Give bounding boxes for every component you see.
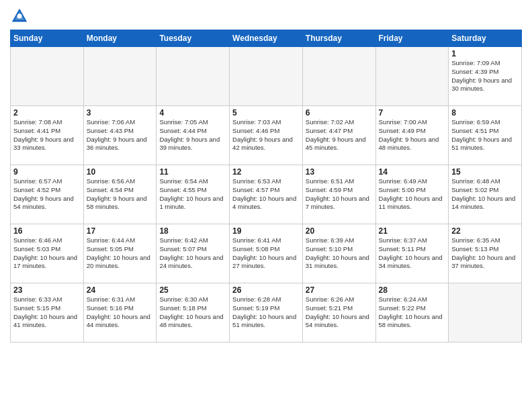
week-row-5: 23Sunrise: 6:33 AM Sunset: 5:15 PM Dayli… — [11, 283, 522, 342]
day-number: 25 — [159, 285, 226, 295]
day-cell: 23Sunrise: 6:33 AM Sunset: 5:15 PM Dayli… — [11, 283, 84, 342]
day-info: Sunrise: 6:37 AM Sunset: 5:11 PM Dayligh… — [379, 236, 446, 271]
weekday-header-thursday: Thursday — [302, 30, 375, 47]
week-row-4: 16Sunrise: 6:46 AM Sunset: 5:03 PM Dayli… — [11, 224, 522, 283]
day-number: 19 — [232, 226, 300, 236]
day-info: Sunrise: 7:05 AM Sunset: 4:44 PM Dayligh… — [159, 118, 226, 152]
day-number: 22 — [451, 226, 519, 236]
week-row-3: 9Sunrise: 6:57 AM Sunset: 4:52 PM Daylig… — [11, 165, 522, 224]
day-number: 7 — [379, 108, 446, 118]
day-number: 11 — [159, 167, 226, 177]
day-cell: 8Sunrise: 6:59 AM Sunset: 4:51 PM Daylig… — [449, 106, 522, 165]
day-cell: 12Sunrise: 6:53 AM Sunset: 4:57 PM Dayli… — [230, 165, 303, 224]
day-info: Sunrise: 6:51 AM Sunset: 4:59 PM Dayligh… — [306, 177, 373, 212]
day-info: Sunrise: 7:03 AM Sunset: 4:46 PM Dayligh… — [232, 118, 300, 152]
day-number: 15 — [451, 167, 519, 177]
day-info: Sunrise: 6:41 AM Sunset: 5:08 PM Dayligh… — [232, 236, 300, 271]
weekday-header-row: SundayMondayTuesdayWednesdayThursdayFrid… — [11, 30, 522, 47]
day-cell — [449, 283, 522, 342]
day-number: 26 — [232, 285, 300, 295]
day-info: Sunrise: 7:09 AM Sunset: 4:39 PM Dayligh… — [451, 59, 519, 93]
day-number: 16 — [13, 226, 81, 236]
day-number: 1 — [451, 49, 519, 58]
day-number: 9 — [13, 167, 81, 177]
day-cell: 25Sunrise: 6:30 AM Sunset: 5:18 PM Dayli… — [157, 283, 230, 342]
day-info: Sunrise: 6:56 AM Sunset: 4:54 PM Dayligh… — [87, 177, 154, 212]
day-number: 23 — [13, 285, 81, 295]
day-info: Sunrise: 7:02 AM Sunset: 4:47 PM Dayligh… — [306, 118, 373, 152]
day-info: Sunrise: 7:00 AM Sunset: 4:49 PM Dayligh… — [379, 118, 446, 152]
day-cell: 15Sunrise: 6:48 AM Sunset: 5:02 PM Dayli… — [449, 165, 522, 224]
day-cell: 4Sunrise: 7:05 AM Sunset: 4:44 PM Daylig… — [157, 106, 230, 165]
day-cell: 24Sunrise: 6:31 AM Sunset: 5:16 PM Dayli… — [83, 283, 157, 342]
day-cell: 18Sunrise: 6:42 AM Sunset: 5:07 PM Dayli… — [157, 224, 230, 283]
week-row-2: 2Sunrise: 7:08 AM Sunset: 4:41 PM Daylig… — [11, 106, 522, 165]
day-number: 28 — [379, 285, 446, 295]
day-info: Sunrise: 6:26 AM Sunset: 5:21 PM Dayligh… — [306, 295, 373, 330]
day-cell: 10Sunrise: 6:56 AM Sunset: 4:54 PM Dayli… — [83, 165, 157, 224]
day-info: Sunrise: 6:39 AM Sunset: 5:10 PM Dayligh… — [306, 236, 373, 271]
day-number: 17 — [87, 226, 154, 236]
day-number: 12 — [232, 167, 300, 177]
day-cell: 17Sunrise: 6:44 AM Sunset: 5:05 PM Dayli… — [83, 224, 157, 283]
day-cell — [230, 47, 303, 106]
day-cell: 6Sunrise: 7:02 AM Sunset: 4:47 PM Daylig… — [302, 106, 375, 165]
day-info: Sunrise: 6:35 AM Sunset: 5:13 PM Dayligh… — [451, 236, 519, 271]
day-info: Sunrise: 7:08 AM Sunset: 4:41 PM Dayligh… — [13, 118, 81, 152]
day-cell: 16Sunrise: 6:46 AM Sunset: 5:03 PM Dayli… — [11, 224, 84, 283]
weekday-header-sunday: Sunday — [11, 30, 84, 47]
day-number: 20 — [306, 226, 373, 236]
header — [10, 7, 522, 26]
day-cell: 14Sunrise: 6:49 AM Sunset: 5:00 PM Dayli… — [375, 165, 449, 224]
day-number: 5 — [232, 108, 300, 118]
day-info: Sunrise: 6:31 AM Sunset: 5:16 PM Dayligh… — [87, 295, 154, 330]
week-row-1: 1Sunrise: 7:09 AM Sunset: 4:39 PM Daylig… — [11, 47, 522, 106]
day-cell: 3Sunrise: 7:06 AM Sunset: 4:43 PM Daylig… — [83, 106, 157, 165]
day-number: 2 — [13, 108, 81, 118]
day-info: Sunrise: 6:49 AM Sunset: 5:00 PM Dayligh… — [379, 177, 446, 212]
day-info: Sunrise: 6:24 AM Sunset: 5:22 PM Dayligh… — [379, 295, 446, 330]
weekday-header-monday: Monday — [83, 30, 157, 47]
day-number: 27 — [306, 285, 373, 295]
day-info: Sunrise: 6:44 AM Sunset: 5:05 PM Dayligh… — [87, 236, 154, 271]
day-number: 4 — [159, 108, 226, 118]
page: SundayMondayTuesdayWednesdayThursdayFrid… — [0, 0, 532, 411]
day-cell — [302, 47, 375, 106]
day-number: 8 — [451, 108, 519, 118]
weekday-header-friday: Friday — [375, 30, 449, 47]
day-number: 3 — [87, 108, 154, 118]
weekday-header-tuesday: Tuesday — [157, 30, 230, 47]
svg-point-2 — [17, 14, 22, 19]
day-cell: 7Sunrise: 7:00 AM Sunset: 4:49 PM Daylig… — [375, 106, 449, 165]
day-cell: 11Sunrise: 6:54 AM Sunset: 4:55 PM Dayli… — [157, 165, 230, 224]
day-cell — [83, 47, 157, 106]
day-number: 14 — [379, 167, 446, 177]
day-number: 6 — [306, 108, 373, 118]
day-number: 21 — [379, 226, 446, 236]
day-number: 18 — [159, 226, 226, 236]
day-number: 13 — [306, 167, 373, 177]
day-cell: 19Sunrise: 6:41 AM Sunset: 5:08 PM Dayli… — [230, 224, 303, 283]
day-info: Sunrise: 6:59 AM Sunset: 4:51 PM Dayligh… — [451, 118, 519, 152]
day-info: Sunrise: 6:53 AM Sunset: 4:57 PM Dayligh… — [232, 177, 300, 212]
logo-icon — [10, 7, 29, 26]
day-cell: 2Sunrise: 7:08 AM Sunset: 4:41 PM Daylig… — [11, 106, 84, 165]
day-info: Sunrise: 6:46 AM Sunset: 5:03 PM Dayligh… — [13, 236, 81, 271]
day-cell: 26Sunrise: 6:28 AM Sunset: 5:19 PM Dayli… — [230, 283, 303, 342]
day-cell: 21Sunrise: 6:37 AM Sunset: 5:11 PM Dayli… — [375, 224, 449, 283]
day-cell: 27Sunrise: 6:26 AM Sunset: 5:21 PM Dayli… — [302, 283, 375, 342]
day-info: Sunrise: 6:48 AM Sunset: 5:02 PM Dayligh… — [451, 177, 519, 212]
logo — [10, 7, 32, 26]
day-info: Sunrise: 6:42 AM Sunset: 5:07 PM Dayligh… — [159, 236, 226, 271]
day-info: Sunrise: 6:30 AM Sunset: 5:18 PM Dayligh… — [159, 295, 226, 330]
day-info: Sunrise: 6:28 AM Sunset: 5:19 PM Dayligh… — [232, 295, 300, 330]
day-cell: 5Sunrise: 7:03 AM Sunset: 4:46 PM Daylig… — [230, 106, 303, 165]
day-cell: 9Sunrise: 6:57 AM Sunset: 4:52 PM Daylig… — [11, 165, 84, 224]
day-cell — [157, 47, 230, 106]
day-number: 10 — [87, 167, 154, 177]
day-info: Sunrise: 6:33 AM Sunset: 5:15 PM Dayligh… — [13, 295, 81, 330]
day-cell: 1Sunrise: 7:09 AM Sunset: 4:39 PM Daylig… — [449, 47, 522, 106]
calendar: SundayMondayTuesdayWednesdayThursdayFrid… — [10, 30, 522, 342]
day-cell — [11, 47, 84, 106]
day-cell: 13Sunrise: 6:51 AM Sunset: 4:59 PM Dayli… — [302, 165, 375, 224]
